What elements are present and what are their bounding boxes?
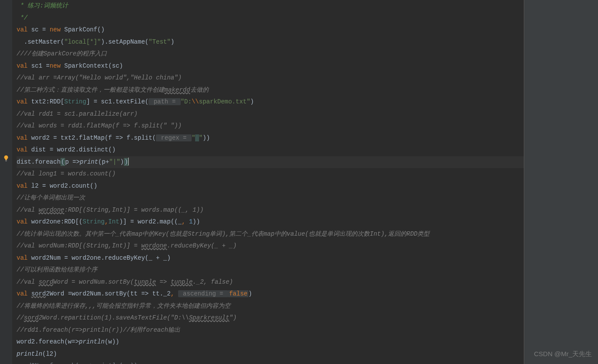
string: "local[*]" xyxy=(64,38,101,45)
comment: ._2, false) xyxy=(192,278,233,285)
keyword: val xyxy=(17,146,27,153)
code: dist.foreach xyxy=(17,158,61,165)
method: println xyxy=(79,338,105,345)
code: (l2) xyxy=(42,350,57,357)
keyword: new xyxy=(50,26,61,33)
typo-wavy: sord xyxy=(31,290,46,297)
keyword: val xyxy=(17,26,27,33)
comment: => xyxy=(156,278,171,285)
comment: //将最终的结果进行保存,,,可能会报空指针异常，文件夹本地创建但内容为空 xyxy=(17,302,230,309)
comment: //统计单词出现的次数。其中第一个_代表map中的Key(也就是String单词… xyxy=(17,230,430,237)
param-hint: ascending = xyxy=(178,290,228,297)
code: )) xyxy=(203,134,210,141)
keyword: val xyxy=(17,182,27,189)
escape: \\ xyxy=(192,98,199,105)
keyword: val xyxy=(17,218,27,225)
comment: */ xyxy=(17,14,27,21)
code: SparkContext(sc) xyxy=(61,62,123,69)
gutter xyxy=(0,0,12,364)
code: word2one:RDD[( xyxy=(27,218,82,225)
comment: //val arr =Array("Hello world","Hello ch… xyxy=(17,74,182,81)
code: l2 = word2.count() xyxy=(27,182,97,189)
comment: //val wordNum:RDD[(String,Int)] = xyxy=(17,242,141,249)
string: "Test" xyxy=(148,38,170,45)
comment: //val xyxy=(17,278,38,285)
typo-wavy: tunple xyxy=(171,278,192,285)
method: print xyxy=(80,158,98,165)
method: println xyxy=(93,362,119,364)
type: String xyxy=(82,218,104,225)
code: sc = xyxy=(27,26,49,33)
watermark: CSDN @Mr_天先生 xyxy=(534,348,592,360)
code: (wn)) xyxy=(119,362,137,364)
code: ).setAppName( xyxy=(101,38,148,45)
keyword: val xyxy=(17,254,27,261)
comment: 去做的 xyxy=(190,86,209,93)
code: word2.foreach(w=> xyxy=(17,338,79,345)
string: "|" xyxy=(109,158,120,165)
keyword: val xyxy=(17,290,27,297)
comment: //val rdd1 = sc1.parallelize(arr) xyxy=(17,110,137,117)
current-line: dist.foreach(p =>print(p+"|")) xyxy=(17,156,524,168)
keyword: val xyxy=(17,98,27,105)
svg-rect-1 xyxy=(6,161,7,161)
keyword: val xyxy=(17,134,27,141)
comment: :RDD[(String,Int)] = words.map((_, 1)) xyxy=(64,206,203,213)
text-cursor xyxy=(128,158,129,165)
typo-wavy: sord xyxy=(38,278,53,285)
svg-rect-0 xyxy=(5,160,7,161)
code-editor[interactable]: * 练习:词频统计 */ val sc = new SparkConf() .s… xyxy=(0,0,598,364)
comment: //rdd1.foreach(r=>println(r))//利用foreach… xyxy=(17,326,180,333)
code: 2Word =word2Num.sortBy(tt => tt._2 xyxy=(46,290,171,297)
code: txt2:RDD[ xyxy=(27,98,64,105)
code: ) xyxy=(120,158,124,165)
string: sparkDemo.txt" xyxy=(199,98,251,105)
comment: //第二种方式：直接读取文件，一般都是读取文件创建 xyxy=(17,86,165,93)
typo-wavy: tunple xyxy=(134,278,156,285)
comment: //val xyxy=(17,206,38,213)
comment: //可以利用函数给结果排个序 xyxy=(17,266,97,273)
comment: .reduceByKey(_ + _) xyxy=(167,242,237,249)
code: (p+ xyxy=(98,158,109,165)
comment: // xyxy=(17,314,24,321)
code: word2Num = word2one.reduceByKey(_ + _) xyxy=(27,254,171,261)
param-hint: path = xyxy=(148,98,180,105)
param-hint: regex = xyxy=(156,134,192,141)
typo-wavy: wordone xyxy=(141,242,167,249)
keyword: false xyxy=(228,290,248,297)
code-content[interactable]: * 练习:词频统计 */ val sc = new SparkConf() .s… xyxy=(12,0,524,364)
typo-wavy: wordone xyxy=(38,206,64,213)
comment: //val words = rdd1.flatMap(f => f.split(… xyxy=(17,122,182,129)
typo-wavy: Sparkresult xyxy=(189,314,229,321)
code: sc1 = xyxy=(27,62,49,69)
bracket: ( xyxy=(61,158,65,166)
comma: , xyxy=(105,218,108,225)
lightbulb-icon[interactable] xyxy=(3,155,10,162)
string-space xyxy=(195,134,199,141)
code: (w)) xyxy=(105,338,120,345)
string: " xyxy=(199,134,203,141)
keyword: new xyxy=(50,62,61,69)
typo-wavy: makerdd xyxy=(165,86,190,93)
typo-wavy: sord xyxy=(24,314,39,321)
comment: ////创建SparkCore的程序入口 xyxy=(17,50,107,57)
comment: 2Word.repartition(1).saveAsTextFile("D:\… xyxy=(38,314,189,321)
comment: Word = wordNum.sortBy( xyxy=(53,278,134,285)
code: )) xyxy=(192,218,200,225)
bracket: ) xyxy=(124,158,128,166)
comment: //val long1 = words.count() xyxy=(17,170,116,177)
string: "D: xyxy=(181,98,192,105)
code: SparkConf() xyxy=(61,26,105,33)
code: dist = word2.distinct() xyxy=(27,146,116,153)
keyword: val xyxy=(17,62,27,69)
method: println xyxy=(17,350,42,357)
type: Int xyxy=(108,218,119,225)
code: word2Num.foreach(wn=> xyxy=(17,362,93,364)
code: ] = sc1.textFile( xyxy=(86,98,149,105)
code: word2 = txt2.flatMap(f => f.split( xyxy=(27,134,156,141)
code: p => xyxy=(65,158,80,165)
comment: ") xyxy=(229,314,237,321)
comma: , xyxy=(171,290,178,297)
code: ) xyxy=(248,290,252,297)
code: .setMaster( xyxy=(17,38,64,45)
